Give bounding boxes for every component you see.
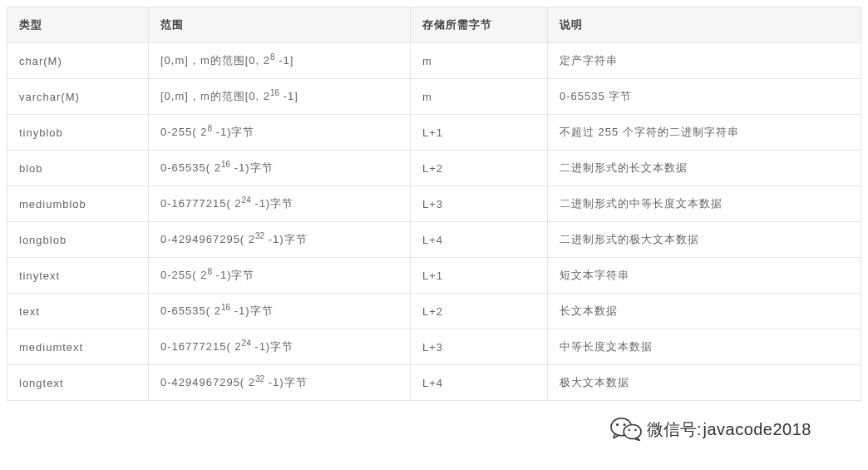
cell-storage: L+3 — [411, 329, 548, 365]
range-exponent: 16 — [221, 160, 230, 169]
cell-desc: 短文本字符串 — [548, 258, 861, 294]
cell-range: 0-255( 28 -1)字节 — [149, 258, 411, 294]
cell-desc: 0-65535 字节 — [548, 79, 861, 115]
cell-type: longtext — [7, 365, 149, 401]
range-exponent: 32 — [255, 374, 264, 383]
table-row: tinytext0-255( 28 -1)字节L+1短文本字符串 — [7, 258, 861, 294]
range-exponent: 32 — [255, 231, 264, 240]
footer: 微信号: javacode2018 — [7, 416, 861, 443]
cell-type: varchar(M) — [7, 79, 149, 115]
cell-storage: L+2 — [411, 294, 548, 329]
cell-type: tinyblob — [7, 115, 149, 151]
range-post: -1)字节 — [251, 340, 294, 353]
table-row: blob0-65535( 216 -1)字节L+2二进制形式的长文本数据 — [7, 151, 861, 186]
range-post: -1)字节 — [251, 197, 294, 210]
range-post: -1)字节 — [264, 233, 308, 245]
range-post: -1] — [275, 54, 294, 67]
range-post: -1] — [279, 90, 298, 102]
cell-desc: 二进制形式的中等长度文本数据 — [548, 186, 861, 222]
cell-storage: L+4 — [411, 222, 548, 258]
footer-label: 微信号: — [647, 418, 702, 441]
range-pre: [0,m]，m的范围[0, 2 — [160, 54, 270, 67]
range-pre: 0-4294967295( 2 — [160, 376, 255, 388]
cell-range: 0-65535( 216 -1)字节 — [149, 294, 411, 329]
header-type: 类型 — [7, 7, 149, 43]
svg-point-4 — [628, 429, 629, 431]
table-row: mediumtext0-16777215( 224 -1)字节L+3中等长度文本… — [7, 329, 861, 365]
table-row: varchar(M)[0,m]，m的范围[0, 216 -1]m0-65535 … — [7, 79, 861, 115]
range-pre: 0-65535( 2 — [160, 161, 221, 174]
cell-range: [0,m]，m的范围[0, 216 -1] — [149, 79, 411, 115]
cell-storage: L+4 — [411, 365, 548, 401]
range-pre: [0,m]，m的范围[0, 2 — [160, 90, 270, 102]
table-row: longblob0-4294967295( 232 -1)字节L+4二进制形式的… — [7, 222, 861, 258]
cell-type: mediumtext — [7, 329, 149, 365]
cell-range: 0-255( 28 -1)字节 — [149, 115, 411, 151]
cell-storage: L+1 — [411, 258, 548, 294]
table-row: longtext0-4294967295( 232 -1)字节L+4极大文本数据 — [7, 365, 861, 401]
cell-type: longblob — [7, 222, 149, 258]
footer-value: javacode2018 — [703, 420, 811, 439]
table-row: tinyblob0-255( 28 -1)字节L+1不超过 255 个字符的二进… — [7, 115, 861, 151]
svg-point-3 — [623, 423, 625, 426]
cell-storage: L+3 — [411, 186, 548, 222]
string-types-table: 类型 范围 存储所需字节 说明 char(M)[0,m]，m的范围[0, 28 … — [7, 7, 861, 401]
range-exponent: 16 — [221, 303, 230, 312]
cell-desc: 定产字符串 — [548, 43, 861, 79]
cell-range: [0,m]，m的范围[0, 28 -1] — [149, 43, 411, 79]
cell-desc: 极大文本数据 — [548, 365, 861, 401]
table-header-row: 类型 范围 存储所需字节 说明 — [7, 7, 861, 43]
cell-desc: 长文本数据 — [548, 294, 861, 329]
range-post: -1)字节 — [230, 161, 274, 174]
header-storage: 存储所需字节 — [411, 7, 548, 43]
cell-type: mediumblob — [7, 186, 149, 222]
table-row: text0-65535( 216 -1)字节L+2长文本数据 — [7, 294, 861, 329]
range-pre: 0-65535( 2 — [160, 304, 221, 317]
wechat-icon — [610, 416, 642, 443]
cell-type: text — [7, 294, 149, 329]
range-pre: 0-16777215( 2 — [160, 340, 242, 353]
range-post: -1)字节 — [212, 126, 255, 138]
cell-range: 0-16777215( 224 -1)字节 — [149, 186, 411, 222]
cell-desc: 二进制形式的长文本数据 — [548, 151, 861, 186]
svg-point-1 — [624, 424, 641, 438]
range-pre: 0-255( 2 — [160, 269, 207, 281]
cell-type: char(M) — [7, 43, 149, 79]
range-post: -1)字节 — [212, 269, 255, 281]
header-desc: 说明 — [548, 7, 861, 43]
range-pre: 0-255( 2 — [160, 126, 207, 138]
range-post: -1)字节 — [264, 376, 308, 388]
svg-point-2 — [616, 423, 619, 426]
cell-range: 0-65535( 216 -1)字节 — [149, 151, 411, 186]
cell-type: blob — [7, 151, 149, 186]
cell-storage: L+2 — [411, 151, 548, 186]
cell-type: tinytext — [7, 258, 149, 294]
cell-desc: 二进制形式的极大文本数据 — [548, 222, 861, 258]
cell-range: 0-16777215( 224 -1)字节 — [149, 329, 411, 365]
cell-desc: 不超过 255 个字符的二进制字符串 — [548, 115, 861, 151]
range-pre: 0-4294967295( 2 — [160, 233, 255, 245]
cell-storage: m — [411, 43, 548, 79]
table-row: mediumblob0-16777215( 224 -1)字节L+3二进制形式的… — [7, 186, 861, 222]
cell-range: 0-4294967295( 232 -1)字节 — [149, 222, 411, 258]
cell-range: 0-4294967295( 232 -1)字节 — [149, 365, 411, 401]
range-exponent: 16 — [270, 88, 279, 97]
range-post: -1)字节 — [230, 304, 274, 317]
range-exponent: 24 — [242, 339, 251, 348]
header-range: 范围 — [149, 7, 411, 43]
cell-storage: L+1 — [411, 115, 548, 151]
svg-point-5 — [634, 429, 636, 431]
range-exponent: 24 — [242, 195, 251, 205]
range-pre: 0-16777215( 2 — [160, 197, 242, 210]
cell-storage: m — [411, 79, 548, 115]
cell-desc: 中等长度文本数据 — [548, 329, 861, 365]
footer-text: 微信号: javacode2018 — [647, 418, 811, 441]
table-row: char(M)[0,m]，m的范围[0, 28 -1]m定产字符串 — [7, 43, 861, 79]
